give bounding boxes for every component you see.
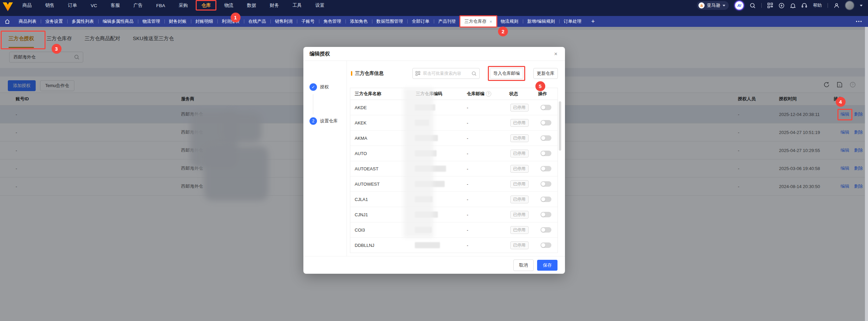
topnav-item-物流[interactable]: 物流: [217, 0, 240, 11]
topnav-item-广告[interactable]: 广告: [127, 0, 149, 11]
marketplace-selector[interactable]: a 亚马逊: [697, 1, 729, 10]
apps-grid-icon[interactable]: [767, 3, 773, 8]
user-icon[interactable]: [834, 3, 839, 9]
more-tabs-button[interactable]: [850, 16, 868, 27]
status-toggle[interactable]: [541, 242, 551, 248]
status-toggle[interactable]: [541, 166, 551, 171]
help-circle-icon[interactable]: ?: [486, 91, 491, 97]
step-set-warehouse: 2 设置仓库: [303, 117, 338, 125]
subnav-item-多属性列表[interactable]: 多属性列表: [67, 16, 98, 27]
save-button[interactable]: 保存: [537, 260, 557, 271]
topnav-item-label: FBA: [156, 3, 165, 8]
warehouse-column-header-三方仓库名称: 三方仓库名称: [350, 91, 411, 97]
brand-logo[interactable]: [0, 0, 16, 15]
status-toggle[interactable]: [541, 135, 551, 141]
update-warehouse-button[interactable]: 更新仓库: [533, 68, 558, 79]
toggle-knob: [541, 228, 545, 232]
subnav-item-封账明细[interactable]: 封账明细: [191, 16, 217, 27]
subnav-item-角色管理[interactable]: 角色管理: [319, 16, 346, 27]
page-scrollbar[interactable]: [865, 27, 868, 321]
subnav-item-产品刊登[interactable]: 产品刊登: [434, 16, 460, 27]
download-icon[interactable]: [779, 3, 784, 9]
toggle-knob: [541, 121, 545, 125]
subnav-item-利润报表[interactable]: 利润报表: [217, 16, 244, 27]
subnav-item-在线产品[interactable]: 在线产品: [244, 16, 270, 27]
subnav-item-全部订单[interactable]: 全部订单: [407, 16, 434, 27]
subnav-item-编辑多属性商品[interactable]: 编辑多属性商品: [98, 16, 138, 27]
help-link[interactable]: 帮助: [813, 2, 822, 9]
subnav-item-数据范围管理[interactable]: 数据范围管理: [372, 16, 407, 27]
subnav-item-物流规则[interactable]: 物流规则: [496, 16, 523, 27]
warehouse-table: 三方仓库名称三方仓库编码仓库邮编?状态操作 AKDE-已停用AKEK-已停用AK…: [350, 88, 558, 253]
app-root: 商品销售订单VC客服广告FBA采购仓库物流数据财务工具设置 a 亚马逊 AI: [0, 0, 868, 321]
subnav-tab-label: 三方仓库存: [464, 18, 486, 24]
subnav-item-订单处理[interactable]: 订单处理: [559, 16, 586, 27]
subnav-item-销售利润[interactable]: 销售利润: [270, 16, 297, 27]
status-toggle[interactable]: [541, 105, 551, 110]
topnav-item-VC[interactable]: VC: [84, 0, 104, 11]
status-toggle[interactable]: [541, 212, 551, 217]
cancel-button[interactable]: 取消: [513, 259, 534, 271]
cell-status: 已停用: [505, 104, 534, 112]
blurred-text: [415, 150, 437, 156]
headset-support-icon[interactable]: [801, 3, 807, 8]
status-toggle[interactable]: [541, 197, 551, 202]
topnav-item-订单[interactable]: 订单: [61, 0, 84, 11]
cell-action: [534, 135, 558, 141]
notification-bell-icon[interactable]: [790, 3, 796, 9]
close-tab-icon[interactable]: ×: [490, 19, 492, 24]
warehouse-row: AKEK-已停用: [350, 115, 557, 131]
edit-authorization-modal: 编辑授权 × ✓ 授权 2 设置仓库 三方仓库信息 导入仓库邮编: [303, 47, 565, 274]
warehouse-column-header-状态: 状态: [505, 91, 534, 97]
topnav-item-商品[interactable]: 商品: [16, 0, 38, 11]
cell-warehouse-name: AKDE: [350, 105, 411, 110]
accent-bar: [351, 71, 352, 76]
warehouse-search-input[interactable]: [422, 71, 470, 76]
import-zip-button[interactable]: 导入仓库邮编: [490, 68, 523, 79]
topnav-item-label: 商品: [22, 2, 32, 9]
close-icon[interactable]: ×: [552, 50, 560, 58]
toggle-knob: [541, 105, 545, 109]
chevron-down-icon[interactable]: [860, 5, 863, 6]
topnav-item-设置[interactable]: 设置: [308, 0, 331, 11]
add-tab-button[interactable]: +: [586, 16, 600, 27]
subnav-tab-active[interactable]: 三方仓库存×: [460, 16, 496, 27]
search-icon[interactable]: [750, 3, 756, 9]
home-icon[interactable]: [0, 16, 14, 27]
subnav-item-物流管理[interactable]: 物流管理: [138, 16, 164, 27]
subnav-item-业务设置[interactable]: 业务设置: [41, 16, 67, 27]
warehouse-row: AUTOWEST-已停用: [350, 176, 557, 192]
step-connector: [313, 94, 313, 115]
subnav-item-商品列表[interactable]: 商品列表: [14, 16, 41, 27]
ai-assistant-button[interactable]: AI: [734, 1, 744, 10]
cell-warehouse-name: DDBLLNJ: [350, 243, 411, 248]
topnav-item-采购[interactable]: 采购: [172, 0, 195, 11]
subnav-item-财务封账[interactable]: 财务封账: [164, 16, 191, 27]
status-toggle[interactable]: [541, 120, 551, 125]
cell-zip: -: [462, 212, 505, 217]
blurred-text: [415, 120, 429, 126]
topnav-item-财务[interactable]: 财务: [263, 0, 286, 11]
status-badge: 已停用: [510, 226, 529, 234]
status-toggle[interactable]: [541, 181, 551, 187]
search-icon[interactable]: [472, 71, 477, 76]
topnav-item-客服[interactable]: 客服: [104, 0, 127, 11]
topnav-item-工具[interactable]: 工具: [286, 0, 308, 11]
subnav-item-添加角色[interactable]: 添加角色: [346, 16, 372, 27]
cell-status: 已停用: [505, 165, 534, 173]
subnav-item-新增/编辑规则[interactable]: 新增/编辑规则: [523, 16, 560, 27]
status-toggle[interactable]: [541, 227, 551, 233]
topnav-item-仓库[interactable]: 仓库: [195, 0, 217, 11]
cell-zip: -: [462, 182, 505, 187]
status-badge: 已停用: [510, 119, 529, 127]
cell-status: 已停用: [505, 119, 534, 127]
topnav-item-销售[interactable]: 销售: [38, 0, 61, 11]
status-badge: 已停用: [510, 180, 529, 188]
topnav-item-FBA[interactable]: FBA: [149, 0, 172, 11]
status-toggle[interactable]: [541, 151, 551, 156]
modal-scrollbar-thumb[interactable]: [559, 101, 561, 151]
topnav-item-数据[interactable]: 数据: [240, 0, 263, 11]
cell-status: 已停用: [505, 226, 534, 234]
user-avatar[interactable]: [845, 1, 854, 10]
subnav-item-子账号[interactable]: 子账号: [297, 16, 319, 27]
